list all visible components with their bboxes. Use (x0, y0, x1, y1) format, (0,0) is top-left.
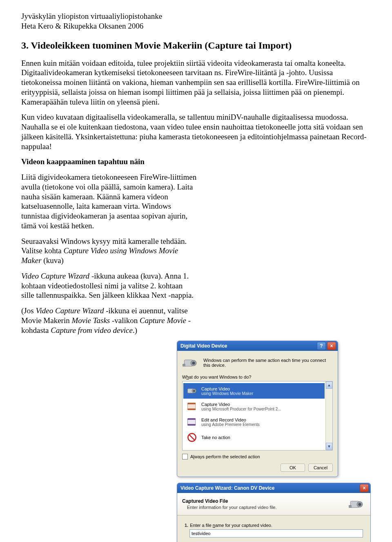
wizard-title: Video Capture Wizard: Canon DV Device (180, 485, 274, 491)
subheading: Videon kaappaaminen tapahtuu näin (21, 157, 371, 167)
choice-title: Take no action (201, 435, 230, 440)
wizard-header-title: Captured Video File (182, 498, 344, 504)
svg-point-2 (192, 362, 195, 365)
svg-rect-12 (188, 424, 196, 426)
header-line-2: Heta Kero & Rikupekka Oksanen 2006 (21, 21, 371, 31)
autoplay-title: Digital Video Device (180, 343, 227, 349)
always-perform-row[interactable]: Always perform the selected action (182, 454, 333, 459)
paragraph-4: Seuraavaksi Windows kysyy mitä kameralle… (21, 236, 197, 265)
camcorder-icon (182, 355, 199, 370)
premiere-icon (186, 416, 198, 428)
paragraph-5: Video Capture Wizard -ikkuna aukeaa (kuv… (21, 271, 197, 300)
capture-wizard-dialog: Video Capture Wizard: Canon DV Device × … (177, 483, 371, 542)
svg-rect-3 (183, 364, 185, 366)
help-button[interactable]: ? (317, 342, 326, 350)
svg-rect-18 (349, 506, 351, 508)
cancel-button[interactable]: Cancel (308, 464, 333, 472)
paragraph-6: (Jos Video Capture Wizard -ikkuna ei aue… (21, 306, 197, 335)
paragraph-2: Kun video kuvataan digitaalisella videok… (21, 112, 371, 151)
svg-rect-9 (188, 409, 196, 410)
no-action-icon (186, 431, 198, 444)
autoplay-intro-text: Windows can perform the same action each… (203, 358, 333, 368)
camcorder-icon (348, 496, 365, 512)
checkbox-icon[interactable] (182, 454, 188, 459)
autoplay-titlebar: Digital Video Device ? × (177, 341, 338, 351)
header-line-1: Jyväskylän yliopiston virtuaaliyliopisto… (21, 11, 371, 21)
wizard-titlebar: Video Capture Wizard: Canon DV Device × (177, 483, 370, 493)
autoplay-dialog: Digital Video Device ? × Windows c (177, 341, 338, 477)
section-heading: 3. Videoleikkeen tuominen Movie Makeriin… (21, 40, 371, 51)
filmstrip-icon (186, 400, 198, 413)
svg-rect-8 (188, 403, 196, 405)
doc-header: Jyväskylän yliopiston virtuaaliyliopisto… (21, 11, 371, 31)
scroll-up-button[interactable]: ▲ (326, 381, 332, 389)
autoplay-prompt: What do you want Windows to do? (182, 375, 333, 379)
close-button[interactable]: × (327, 342, 336, 350)
choice-title: Capture Video (201, 386, 253, 391)
wizard-header: Captured Video File Enter information fo… (177, 493, 370, 515)
always-perform-label: Always perform the selected action (190, 454, 260, 459)
camcorder-small-icon (186, 385, 198, 397)
choice-title: Capture Video (201, 402, 281, 407)
choice-sub: using Adobe Premiere Elements (201, 422, 260, 427)
ok-button[interactable]: OK (281, 464, 305, 472)
svg-rect-11 (188, 419, 196, 420)
autoplay-choice-premiere[interactable]: Edit and Record Video using Adobe Premie… (183, 414, 325, 430)
paragraph-1: Ennen kuin mitään voidaan editoida, tule… (21, 58, 371, 107)
autoplay-choice-capture-producer[interactable]: Capture Video using Microsoft Producer f… (183, 399, 325, 414)
wizard-header-subtitle: Enter information for your captured vide… (187, 505, 344, 510)
scroll-down-button[interactable]: ▼ (326, 443, 332, 450)
paragraph-3: Liitä digivideokamera tietokoneeseen Fir… (21, 172, 197, 231)
close-button[interactable]: × (360, 484, 369, 492)
filename-input[interactable] (189, 529, 363, 538)
scrollbar[interactable]: ▲ ▼ (325, 381, 332, 450)
svg-point-17 (359, 503, 361, 506)
choice-sub: using Windows Movie Maker (201, 391, 253, 396)
autoplay-choice-list: Capture Video using Windows Movie Maker (182, 381, 333, 451)
choice-title: Edit and Record Video (201, 417, 260, 422)
autoplay-choice-capture-wmm[interactable]: Capture Video using Windows Movie Maker (183, 383, 325, 399)
autoplay-choice-no-action[interactable]: Take no action (183, 430, 325, 445)
choice-sub: using Microsoft Producer for PowerPoint … (201, 407, 281, 411)
svg-point-6 (193, 390, 195, 392)
step-1-label: 1.Enter a file name for your captured vi… (185, 523, 363, 528)
